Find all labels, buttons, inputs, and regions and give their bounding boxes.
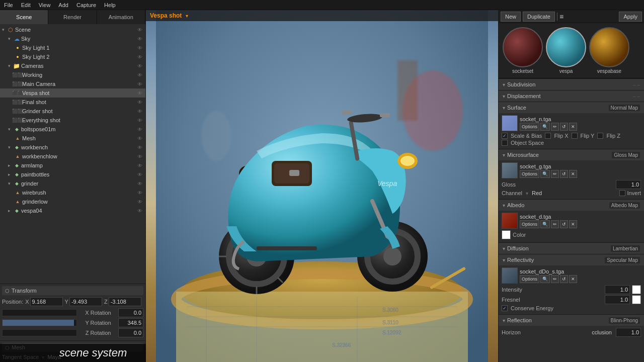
tree-item-everythingshot[interactable]: ⬛⬛ Everything shot 👁	[0, 116, 145, 125]
y-position-input[interactable]	[69, 297, 102, 306]
gloss-clear-btn[interactable]: ✕	[569, 170, 577, 178]
tree-item-working[interactable]: ⬛⬛ Working 👁	[0, 70, 145, 79]
menu-capture[interactable]: Capture	[76, 2, 96, 8]
vis-workbenchlow[interactable]: 👁	[137, 154, 145, 159]
subdivision-header[interactable]: ▾ Subdivision – –	[499, 79, 644, 90]
expand-scene[interactable]: ▾	[2, 27, 7, 32]
fresnel-input[interactable]	[605, 295, 630, 304]
vis-wirebrush[interactable]: 👁	[137, 190, 145, 196]
specular-options-btn[interactable]: Options	[520, 275, 539, 283]
tree-item-skylight1[interactable]: ● Sky Light 1 👁	[0, 43, 145, 52]
expand-bolts[interactable]: ▾	[8, 127, 13, 132]
tab-animation[interactable]: Animation	[97, 10, 145, 24]
scale-bias-checkbox[interactable]	[502, 133, 508, 139]
vis-skylight1[interactable]: 👁	[137, 45, 145, 51]
gloss-options-btn[interactable]: Options	[520, 170, 539, 178]
menu-add[interactable]: Add	[58, 2, 68, 8]
duplicate-button[interactable]: Duplicate	[523, 12, 555, 22]
normal-search-btn[interactable]: 🔍	[540, 123, 550, 131]
tab-render[interactable]: Render	[48, 10, 97, 24]
menu-view[interactable]: View	[39, 2, 51, 8]
albedo-header[interactable]: ▾ Albedo Albedo Map	[499, 200, 644, 211]
gloss-reload-btn[interactable]: ↺	[560, 170, 568, 178]
albedo-reload-btn[interactable]: ↺	[560, 220, 568, 228]
vis-grindershot[interactable]: 👁	[137, 109, 145, 114]
menu-file[interactable]: File	[4, 2, 13, 8]
flip-y-checkbox[interactable]	[572, 133, 578, 139]
new-button[interactable]: New	[501, 12, 521, 22]
z-rotation-input[interactable]	[118, 328, 143, 337]
mat-vespabase[interactable]: vespabase	[589, 27, 629, 74]
expand-workbench[interactable]: ▾	[8, 145, 13, 150]
expand-grinder[interactable]: ▾	[8, 181, 13, 186]
tab-scene[interactable]: Scene	[0, 10, 48, 24]
albedo-search-btn[interactable]: 🔍	[540, 220, 550, 228]
menu-edit[interactable]: Edit	[21, 2, 31, 8]
vis-sky[interactable]: 👁	[137, 36, 145, 42]
mat-socketset[interactable]: socketset	[503, 27, 543, 74]
albedo-edit-btn[interactable]: ✏	[551, 220, 559, 228]
tree-item-finalshot[interactable]: ⬛⬛ Final shot 👁	[0, 98, 145, 107]
expand-paintbottles[interactable]: ▸	[8, 172, 13, 177]
tree-item-armlamp[interactable]: ▸ ◆ armlamp 👁	[0, 161, 145, 170]
tree-item-wirebrush[interactable]: ▲ wirebrush 👁	[0, 188, 145, 197]
tree-item-vespa04[interactable]: ▸ ◆ vespa04 👁	[0, 206, 145, 215]
vis-everythingshot[interactable]: 👁	[137, 118, 145, 123]
expand-sky[interactable]: ▾	[8, 36, 13, 41]
tree-item-mesh[interactable]: ▲ Mesh 👁	[0, 134, 145, 143]
vis-vespashot[interactable]: 👁	[137, 90, 145, 96]
vis-working[interactable]: 👁	[137, 72, 145, 78]
normal-options-btn[interactable]: Options	[520, 123, 539, 131]
viewport[interactable]: Vespa shot ▾	[146, 10, 498, 362]
tree-item-grinder[interactable]: ▾ ◆ grinder 👁	[0, 179, 145, 188]
viewport-arrow[interactable]: ▾	[186, 13, 188, 19]
tree-item-scene[interactable]: ▾ ⬡ Scene 👁	[0, 25, 145, 34]
vis-grinderlow[interactable]: 👁	[137, 199, 145, 205]
vis-bolts[interactable]: 👁	[137, 127, 145, 132]
albedo-clear-btn[interactable]: ✕	[569, 220, 577, 228]
object-space-checkbox[interactable]	[502, 140, 508, 146]
microsurface-header[interactable]: ▾ Microsurface Gloss Map	[499, 149, 644, 160]
diffusion-header[interactable]: ▾ Diffusion Lambertian	[499, 243, 644, 254]
horizon-number-input[interactable]	[616, 328, 641, 337]
tree-item-grindershot[interactable]: ⬛⬛ Grinder shot 👁	[0, 107, 145, 116]
y-rotation-input[interactable]	[118, 318, 143, 327]
surface-header[interactable]: ▾ Surface Normal Map	[499, 102, 644, 113]
vis-vespa04[interactable]: 👁	[137, 208, 145, 214]
tree-item-grinderlow[interactable]: ▲ grinderlow 👁	[0, 197, 145, 206]
tree-item-workbenchlow[interactable]: ▲ workbenchlow 👁	[0, 152, 145, 161]
menu-help[interactable]: Help	[104, 2, 116, 8]
reflectivity-header[interactable]: ▾ Reflectivity Specular Map	[499, 254, 644, 265]
expand-armlamp[interactable]: ▸	[8, 163, 13, 168]
albedo-options-btn[interactable]: Options	[520, 220, 539, 228]
expand-cameras[interactable]: ▾	[8, 63, 13, 68]
tree-item-bolts[interactable]: ▾ ◆ boltspose01m 👁	[0, 125, 145, 134]
normal-edit-btn[interactable]: ✏	[551, 123, 559, 131]
normal-clear-btn[interactable]: ✕	[569, 123, 577, 131]
flip-z-checkbox[interactable]	[597, 133, 603, 139]
vis-workbench[interactable]: 👁	[137, 145, 145, 150]
specular-clear-btn[interactable]: ✕	[569, 275, 577, 283]
color-swatch[interactable]	[502, 230, 511, 239]
vis-cameras[interactable]: 👁	[137, 63, 145, 69]
gloss-edit-btn[interactable]: ✏	[551, 170, 559, 178]
x-rotation-track[interactable]	[2, 309, 77, 316]
tree-item-workbench[interactable]: ▾ ◆ workbench 👁	[0, 143, 145, 152]
x-position-input[interactable]	[30, 297, 63, 306]
tree-item-skylight2[interactable]: ● Sky Light 2 👁	[0, 52, 145, 61]
flip-x-checkbox[interactable]	[545, 133, 551, 139]
invert-checkbox[interactable]	[619, 190, 625, 196]
gloss-search-btn[interactable]: 🔍	[540, 170, 550, 178]
vis-maincamera[interactable]: 👁	[137, 81, 145, 87]
menu-icon[interactable]: ≡	[559, 13, 564, 21]
tree-item-maincamera[interactable]: ⬛⬛ Main Camera 👁	[0, 79, 145, 88]
tree-item-paintbottles[interactable]: ▸ ◆ paintbottles 👁	[0, 170, 145, 179]
vis-scene[interactable]: 👁	[137, 27, 145, 33]
apply-button[interactable]: Apply	[619, 12, 642, 22]
specular-search-btn[interactable]: 🔍	[540, 275, 550, 283]
tree-item-vespashot[interactable]: ⬛⬛ Vespa shot 👁	[0, 88, 145, 98]
vis-paintbottles[interactable]: 👁	[137, 172, 145, 177]
tree-item-sky[interactable]: ▾ ☁ Sky 👁	[0, 34, 145, 43]
vis-finalshot[interactable]: 👁	[137, 100, 145, 105]
vis-armlamp[interactable]: 👁	[137, 163, 145, 168]
